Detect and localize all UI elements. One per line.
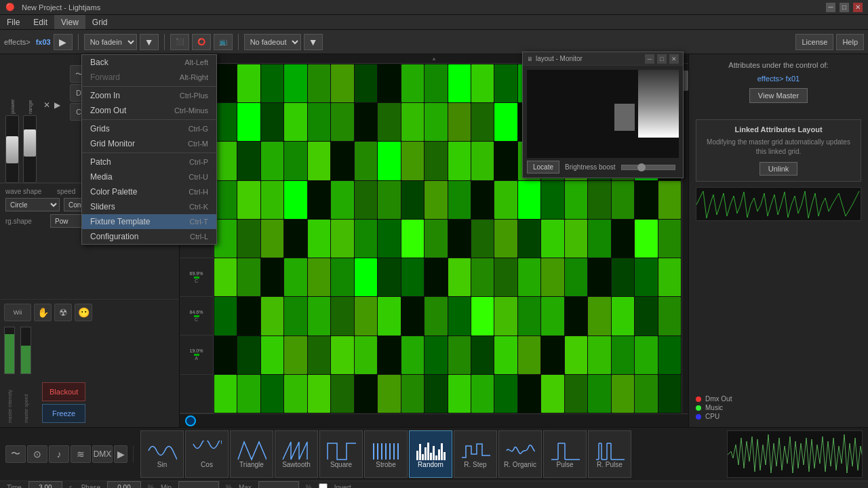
grid-cell[interactable]: [237, 64, 260, 102]
grid-cell[interactable]: [658, 181, 681, 219]
pulse-button[interactable]: Pulse: [543, 430, 587, 478]
grid-cell[interactable]: [214, 336, 237, 374]
menu-file[interactable]: File: [0, 15, 26, 29]
grid-cell[interactable]: [635, 258, 657, 296]
toolbar-icon-3[interactable]: 📺: [214, 34, 233, 50]
grid-cell[interactable]: [378, 220, 400, 258]
grid-cell[interactable]: [261, 336, 283, 374]
menu-view[interactable]: View: [54, 15, 85, 29]
grid-cell[interactable]: [471, 103, 494, 141]
grid-cell[interactable]: [471, 220, 494, 258]
grid-cell[interactable]: [541, 375, 564, 413]
grid-cell[interactable]: [214, 375, 237, 413]
grid-cell[interactable]: [425, 336, 447, 374]
grid-cell[interactable]: [308, 297, 330, 335]
invert-checkbox[interactable]: [319, 483, 328, 489]
grid-cell[interactable]: [565, 336, 587, 374]
time-input[interactable]: [28, 481, 62, 488]
grid-cell[interactable]: [471, 375, 494, 413]
grid-cell[interactable]: [308, 64, 330, 102]
grid-cell[interactable]: [425, 375, 447, 413]
grid-cell[interactable]: [401, 336, 424, 374]
grid-cell[interactable]: [237, 103, 260, 141]
toolbar-icon-1[interactable]: ⬛: [170, 34, 189, 50]
grid-cell[interactable]: [214, 297, 237, 335]
grid-cell[interactable]: [448, 336, 471, 374]
grid-cell[interactable]: [284, 297, 307, 335]
grid-cell[interactable]: [658, 375, 681, 413]
grid-cell[interactable]: [448, 258, 471, 296]
grid-cell[interactable]: [331, 258, 353, 296]
grid-cell[interactable]: [284, 181, 307, 219]
locate-button[interactable]: Locate: [527, 161, 559, 174]
grid-cell[interactable]: [331, 142, 353, 180]
grid-cell[interactable]: [355, 336, 377, 374]
menu-color-palette[interactable]: Color Palette Ctrl-H: [82, 184, 216, 199]
grid-cell[interactable]: [448, 297, 471, 335]
grid-cell[interactable]: [494, 220, 517, 258]
grid-cell[interactable]: [284, 64, 307, 102]
grid-cell[interactable]: [284, 142, 307, 180]
grid-cell[interactable]: [284, 258, 307, 296]
grid-cell[interactable]: [401, 181, 424, 219]
grid-cell[interactable]: [425, 64, 447, 102]
grid-cell[interactable]: [448, 64, 471, 102]
grid-cell[interactable]: [658, 258, 681, 296]
r-organic-button[interactable]: R. Organic: [498, 430, 542, 478]
grid-cell[interactable]: [494, 297, 517, 335]
cos-button[interactable]: Cos: [185, 430, 229, 478]
random-button[interactable]: Random: [409, 430, 452, 478]
grid-cell[interactable]: [355, 181, 377, 219]
grid-cell[interactable]: [401, 258, 424, 296]
grid-cell[interactable]: [541, 258, 564, 296]
grid-cell[interactable]: [471, 297, 494, 335]
power-slider[interactable]: [5, 115, 19, 183]
grid-cell[interactable]: [378, 181, 400, 219]
hand-icon[interactable]: ✋: [34, 304, 52, 321]
grid-cell[interactable]: [471, 336, 494, 374]
grid-cell[interactable]: [331, 297, 353, 335]
grid-cell[interactable]: [284, 220, 307, 258]
grid-cell[interactable]: [565, 297, 587, 335]
menu-sliders[interactable]: Sliders Ctrl-K: [82, 199, 216, 214]
menu-patch[interactable]: Patch Ctrl-P: [82, 155, 216, 169]
grid-cell[interactable]: [378, 64, 400, 102]
grid-cell[interactable]: [565, 375, 587, 413]
grid-cell[interactable]: [425, 181, 447, 219]
grid-cell[interactable]: [425, 103, 447, 141]
grid-cell[interactable]: [588, 336, 610, 374]
grid-cell[interactable]: [541, 220, 564, 258]
grid-cell[interactable]: [635, 181, 657, 219]
grid-cell[interactable]: [612, 375, 634, 413]
menu-fixture-template[interactable]: Fixture Template Ctrl-T: [82, 214, 216, 229]
grid-cell[interactable]: [237, 375, 260, 413]
brightness-slider[interactable]: [621, 165, 675, 170]
view-master-button[interactable]: View Master: [749, 88, 808, 103]
menu-media[interactable]: Media Ctrl-U: [82, 169, 216, 184]
grid-cell[interactable]: [331, 220, 353, 258]
grid-cell[interactable]: [494, 258, 517, 296]
grid-cell[interactable]: [612, 220, 634, 258]
grid-cell[interactable]: [471, 64, 494, 102]
phase-input[interactable]: [107, 481, 141, 488]
grid-cell[interactable]: [588, 220, 610, 258]
grid-cell[interactable]: [261, 64, 283, 102]
grid-cell[interactable]: [448, 181, 471, 219]
grid-cell[interactable]: [425, 142, 447, 180]
grid-cell[interactable]: [261, 297, 283, 335]
wii-icon[interactable]: Wii: [4, 304, 31, 321]
grid-cell[interactable]: [471, 181, 494, 219]
grid-cell[interactable]: [261, 375, 283, 413]
grid-cell[interactable]: [331, 375, 353, 413]
toolbar-icon-2[interactable]: ⭕: [192, 34, 211, 50]
menu-zoom-out[interactable]: Zoom Out Ctrl-Minus: [82, 103, 216, 118]
min-input[interactable]: [178, 481, 219, 488]
grid-cell[interactable]: [494, 336, 517, 374]
grid-cell[interactable]: [261, 142, 283, 180]
grid-cell[interactable]: [237, 220, 260, 258]
grid-cell[interactable]: [308, 336, 330, 374]
grid-cell[interactable]: [425, 297, 447, 335]
grid-cell[interactable]: [355, 142, 377, 180]
grid-cell[interactable]: [401, 375, 424, 413]
grid-cell[interactable]: [378, 103, 400, 141]
